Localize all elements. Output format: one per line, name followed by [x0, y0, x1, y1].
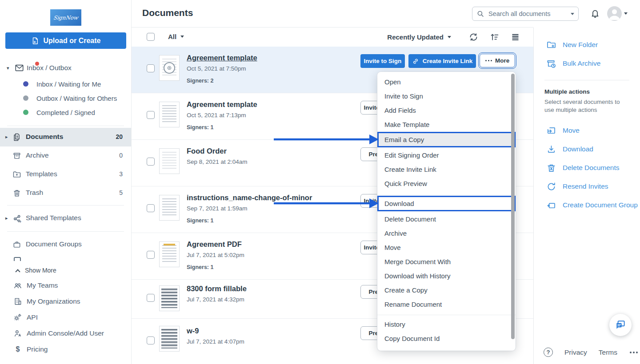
document-thumbnail[interactable]: [159, 285, 180, 311]
menu-item-merge-document-with[interactable]: Merge Document With: [377, 254, 516, 269]
row-checkbox[interactable]: [147, 204, 155, 212]
menu-item-download-with-history[interactable]: Download with History: [377, 269, 516, 283]
menu-item-archive[interactable]: Archive: [377, 226, 516, 240]
row-checkbox[interactable]: [147, 158, 155, 166]
privacy-link[interactable]: Privacy: [564, 348, 587, 356]
menu-item-add-fields[interactable]: Add Fields: [377, 103, 516, 117]
filter-dropdown[interactable]: All: [168, 33, 184, 40]
row-checkbox[interactable]: [147, 336, 155, 344]
sidebar-item-label: Trash: [26, 189, 43, 197]
sidebar-item-templates[interactable]: Templates 3: [0, 165, 131, 184]
upload-or-create-button[interactable]: Upload or Create: [5, 32, 126, 49]
create-invite-link-button[interactable]: Create Invite Link: [408, 54, 476, 68]
new-folder-action[interactable]: New Folder: [534, 36, 640, 54]
terms-link[interactable]: Terms: [599, 348, 617, 356]
organization-building-icon: [13, 297, 22, 306]
menu-scrollbar[interactable]: [511, 74, 515, 339]
document-thumbnail[interactable]: [159, 102, 180, 127]
row-checkbox[interactable]: [147, 111, 155, 119]
document-name-link[interactable]: w-9: [187, 327, 244, 335]
document-name-link[interactable]: Agreement PDF: [187, 240, 244, 249]
menu-item-copy-document-id[interactable]: Copy Document Id: [377, 331, 516, 345]
chevron-right-icon[interactable]: ▸: [5, 215, 8, 221]
menu-item-email-a-copy[interactable]: Email a Copy: [377, 132, 516, 147]
search-scope-caret-icon[interactable]: [571, 13, 574, 15]
sidebar-item-completed-signed[interactable]: Completed / Signed: [0, 106, 131, 119]
sidebar-item-documents[interactable]: ▸ Documents 20: [0, 128, 131, 146]
sort-dropdown[interactable]: Recently Updated: [387, 33, 451, 41]
sidebar-item-trash[interactable]: Trash 5: [0, 184, 131, 202]
create-document-group-action[interactable]: Create Document Group: [534, 196, 640, 214]
sidebar-item-label: My Teams: [27, 281, 58, 289]
document-name-link[interactable]: Food Order: [187, 147, 248, 155]
menu-item-edit-signing-order[interactable]: Edit Signing Order: [377, 148, 516, 162]
sidebar-item-shared-templates[interactable]: ▸ T Shared Templates: [0, 209, 131, 228]
menu-item-delete-document[interactable]: Delete Document: [377, 212, 516, 226]
document-name-link[interactable]: Agreement template: [187, 100, 257, 109]
sidebar-item-inbox-outbox[interactable]: ▾ Inbox / Outbox: [0, 61, 131, 75]
download-action[interactable]: Download: [534, 140, 640, 158]
document-thumbnail[interactable]: [159, 148, 180, 174]
search-input[interactable]: [472, 7, 579, 21]
avatar[interactable]: [607, 6, 622, 21]
sort-order-icon[interactable]: [490, 32, 499, 42]
chevron-right-icon[interactable]: ▸: [5, 134, 8, 140]
more-button[interactable]: More: [480, 54, 515, 67]
resend-invites-action[interactable]: Resend Invites: [534, 177, 640, 196]
sidebar-item-outbox-waiting-for-others[interactable]: Outbox / Waiting for Others: [0, 92, 131, 104]
sidebar-item-archive[interactable]: Archive 0: [0, 146, 131, 165]
document-name-link[interactable]: Agreement template: [187, 54, 257, 62]
menu-item-rename-document[interactable]: Rename Document: [377, 297, 516, 311]
sidebar-item-pricing[interactable]: $ Pricing: [0, 341, 131, 357]
teams-icon: [13, 281, 22, 290]
sidebar-item-admin-console[interactable]: Admin Console/Add User: [0, 325, 131, 341]
sidebar-item-label: Documents: [26, 133, 63, 141]
menu-item-history[interactable]: History: [377, 317, 516, 331]
bulk-archive-icon: [546, 59, 556, 69]
sidebar-item-my-organizations[interactable]: My Organizations: [0, 293, 131, 309]
dollar-icon: $: [13, 345, 22, 353]
chevron-down-icon[interactable]: ▾: [7, 65, 9, 71]
menu-item-download[interactable]: Download: [377, 196, 516, 211]
bulk-archive-action[interactable]: Bulk Archive: [534, 54, 640, 73]
sidebar-item-document-groups[interactable]: Document Groups: [0, 235, 131, 254]
row-checkbox[interactable]: [147, 251, 155, 259]
support-chat-button[interactable]: [609, 314, 632, 336]
document-name-link[interactable]: instructions_name-change-of-minor: [187, 194, 312, 202]
sidebar-item-label: Archive: [26, 151, 49, 159]
menu-item-move[interactable]: Move: [377, 240, 516, 254]
document-thumbnail[interactable]: [159, 241, 180, 267]
delete-documents-action[interactable]: Delete Documents: [534, 158, 640, 177]
notifications-bell-icon[interactable]: [590, 8, 600, 18]
document-thumbnail[interactable]: [159, 55, 180, 81]
sidebar-item-label: Templates: [26, 170, 57, 178]
menu-item-open[interactable]: Open: [377, 75, 516, 89]
menu-item-create-invite-link[interactable]: Create Invite Link: [377, 162, 516, 176]
preview-eye-icon[interactable]: [164, 62, 175, 74]
refresh-icon[interactable]: [469, 32, 478, 42]
signnow-logo[interactable]: SignNow: [50, 9, 81, 26]
sidebar-item-my-teams[interactable]: My Teams: [0, 277, 131, 293]
sidebar-item-api[interactable]: API: [0, 309, 131, 325]
menu-item-make-template[interactable]: Make Template: [377, 117, 516, 131]
show-more-toggle[interactable]: Show More: [0, 263, 131, 277]
row-checkbox[interactable]: [147, 64, 155, 72]
sidebar-item-inbox-waiting-for-me[interactable]: Inbox / Waiting for Me: [0, 78, 131, 90]
document-name-link[interactable]: 8300 form fillable: [187, 285, 247, 293]
document-signers: Signers: 2: [187, 78, 257, 84]
menu-item-quick-preview[interactable]: Quick Preview: [377, 176, 516, 190]
invite-to-sign-button[interactable]: Invite to Sign: [360, 54, 405, 68]
help-icon[interactable]: ?: [544, 348, 553, 357]
document-thumbnail[interactable]: [159, 326, 180, 352]
select-all-checkbox[interactable]: [147, 33, 155, 41]
row-checkbox[interactable]: [147, 294, 155, 302]
document-thumbnail[interactable]: [159, 195, 180, 221]
footer-more-icon[interactable]: [630, 352, 638, 353]
menu-item-invite-to-sign[interactable]: Invite to Sign: [377, 89, 516, 103]
move-action[interactable]: Move: [534, 121, 640, 140]
account-menu-caret-icon[interactable]: [624, 12, 628, 15]
sort-label: Recently Updated: [387, 33, 444, 41]
sidebar-item-label: Inbox / Waiting for Me: [36, 80, 101, 88]
list-view-icon[interactable]: [511, 32, 520, 42]
menu-item-create-a-copy[interactable]: Create a Copy: [377, 283, 516, 297]
